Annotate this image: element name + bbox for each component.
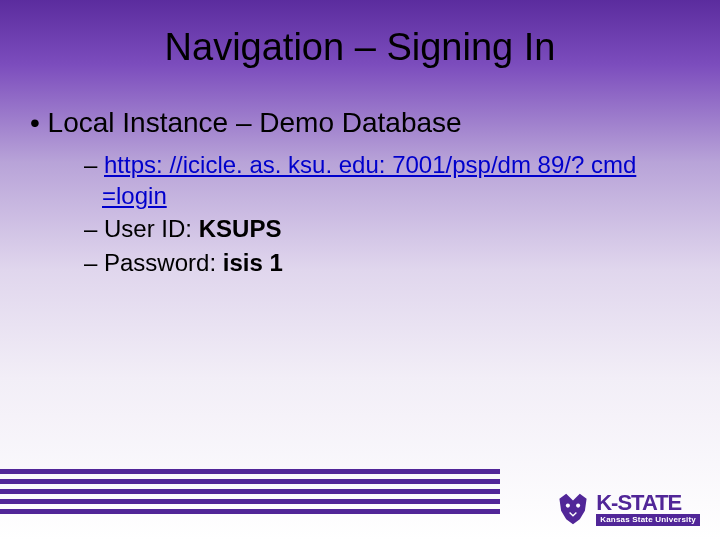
password-label: Password: — [104, 249, 223, 276]
svg-point-0 — [566, 504, 570, 508]
password-value: isis 1 — [223, 249, 283, 276]
wildcat-icon — [556, 492, 590, 526]
user-id-label: User ID: — [104, 215, 199, 242]
svg-point-1 — [576, 504, 580, 508]
footer-stripes — [0, 464, 500, 514]
logo-brand-text: K-STATE — [596, 492, 700, 514]
bullet-main: Local Instance – Demo Database — [30, 107, 690, 139]
sub-item-password: Password: isis 1 — [84, 247, 690, 278]
user-id-value: KSUPS — [199, 215, 282, 242]
sub-bullets: https: //icicle. as. ksu. edu: 7001/psp/… — [30, 149, 690, 278]
login-url-link[interactable]: https: //icicle. as. ksu. edu: 7001/psp/… — [102, 151, 636, 209]
logo-sub-text: Kansas State University — [596, 514, 700, 526]
sub-item-link: https: //icicle. as. ksu. edu: 7001/psp/… — [84, 149, 690, 211]
kstate-logo: K-STATE Kansas State University — [556, 492, 700, 526]
sub-item-user: User ID: KSUPS — [84, 213, 690, 244]
slide-title: Navigation – Signing In — [0, 0, 720, 69]
slide-content: Local Instance – Demo Database https: //… — [0, 69, 720, 278]
